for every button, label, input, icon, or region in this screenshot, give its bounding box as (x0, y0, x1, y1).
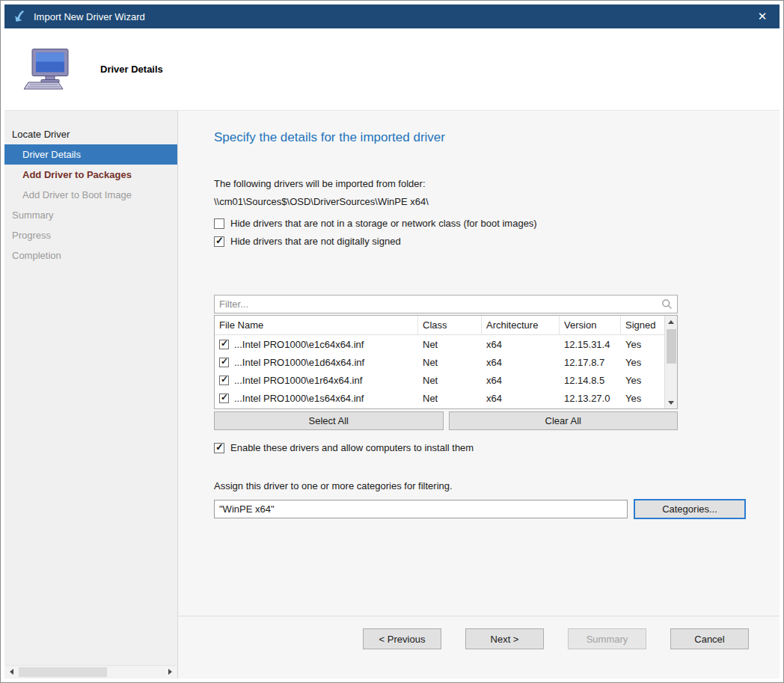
search-icon (661, 298, 673, 310)
hide-unsigned-row[interactable]: Hide drivers that are not digitally sign… (214, 236, 780, 247)
wizard-footer: < Previous Next > Summary Cancel (178, 616, 780, 679)
window-title: Import New Driver Wizard (34, 11, 145, 22)
clear-all-button[interactable]: Clear All (449, 411, 679, 430)
categories-row: Categories... (214, 499, 780, 519)
hide-storage-network-row[interactable]: Hide drivers that are not in a storage o… (214, 218, 780, 229)
version-cell: 12.13.27.0 (560, 393, 621, 404)
step-summary[interactable]: Summary (4, 205, 177, 225)
page-content: Specify the details for the imported dri… (178, 111, 780, 679)
wizard-window: Import New Driver Wizard ✕ Driver Detail… (0, 0, 784, 683)
table-row[interactable]: ...Intel PRO1000\e1s64x64.inf Net x64 12… (215, 389, 664, 407)
enable-drivers-checkbox[interactable] (214, 443, 224, 453)
class-cell: Net (418, 375, 482, 386)
table-scrollbar[interactable] (664, 316, 677, 408)
folder-label: The following drivers will be imported f… (214, 178, 780, 189)
architecture-cell: x64 (482, 393, 560, 404)
title-bar: Import New Driver Wizard ✕ (4, 4, 780, 28)
version-cell: 12.14.8.5 (560, 375, 621, 386)
wizard-header: Driver Details (4, 28, 780, 111)
enable-drivers-label: Enable these drivers and allow computers… (230, 442, 474, 453)
close-button[interactable]: ✕ (745, 4, 780, 28)
column-header-class[interactable]: Class (418, 316, 482, 334)
next-button[interactable]: Next > (465, 628, 544, 649)
column-header-architecture[interactable]: Architecture (482, 316, 560, 334)
table-row[interactable]: ...Intel PRO1000\e1c64x64.inf Net x64 12… (215, 335, 664, 353)
row-checkbox[interactable] (219, 358, 229, 367)
file-name-cell: ...Intel PRO1000\e1d64x64.inf (215, 357, 418, 368)
filter-input[interactable] (215, 295, 661, 313)
table-row[interactable]: ...Intel PRO1000\e1r64x64.inf Net x64 12… (215, 371, 664, 389)
hide-storage-network-checkbox[interactable] (214, 218, 224, 229)
scroll-up-icon[interactable] (665, 316, 678, 328)
assign-categories-label: Assign this driver to one or more catego… (214, 480, 780, 491)
categories-input[interactable] (214, 500, 628, 518)
hide-unsigned-label: Hide drivers that are not digitally sign… (230, 236, 401, 247)
class-cell: Net (418, 357, 482, 368)
page-title: Driver Details (100, 64, 163, 75)
scroll-right-icon[interactable] (164, 666, 177, 679)
select-all-button[interactable]: Select All (214, 411, 444, 430)
signed-cell: Yes (621, 357, 664, 368)
hide-unsigned-checkbox[interactable] (214, 236, 224, 247)
version-cell: 12.15.31.4 (560, 339, 621, 350)
signed-cell: Yes (621, 393, 664, 404)
horizontal-scrollbar[interactable] (5, 665, 177, 678)
folder-path: \\cm01\Sources$\OSD\DriverSources\WinPE … (214, 196, 780, 207)
summary-button: Summary (568, 628, 646, 649)
previous-button[interactable]: < Previous (363, 628, 441, 649)
architecture-cell: x64 (482, 375, 560, 386)
step-add-driver-to-boot-image[interactable]: Add Driver to Boot Image (4, 185, 177, 205)
version-cell: 12.17.8.7 (560, 357, 621, 368)
architecture-cell: x64 (482, 339, 560, 350)
scroll-left-icon[interactable] (5, 666, 18, 679)
file-name-cell: ...Intel PRO1000\e1r64x64.inf (215, 375, 418, 386)
row-checkbox[interactable] (219, 376, 229, 385)
column-header-signed[interactable]: Signed (621, 316, 664, 334)
step-locate-driver[interactable]: Locate Driver (4, 124, 177, 144)
driver-table: File Name Class Architecture Version Sig… (214, 315, 678, 409)
signed-cell: Yes (621, 339, 664, 350)
signed-cell: Yes (621, 375, 664, 386)
step-add-driver-to-packages[interactable]: Add Driver to Packages (4, 165, 177, 185)
cancel-button[interactable]: Cancel (670, 628, 749, 649)
import-driver-icon (12, 9, 27, 24)
file-name-cell: ...Intel PRO1000\e1s64x64.inf (215, 393, 418, 404)
column-header-file-name[interactable]: File Name (215, 316, 418, 334)
wizard-steps: Locate Driver Driver Details Add Driver … (4, 111, 178, 679)
column-header-version[interactable]: Version (560, 316, 621, 334)
file-name-cell: ...Intel PRO1000\e1c64x64.inf (215, 339, 418, 350)
row-checkbox[interactable] (219, 340, 229, 349)
class-cell: Net (418, 339, 482, 350)
table-header: File Name Class Architecture Version Sig… (215, 316, 664, 335)
step-completion[interactable]: Completion (4, 245, 177, 266)
row-checkbox[interactable] (219, 393, 229, 403)
step-driver-details[interactable]: Driver Details (4, 144, 177, 165)
scroll-down-icon[interactable] (665, 396, 678, 408)
hide-storage-network-label: Hide drivers that are not in a storage o… (230, 218, 537, 229)
filter-box (214, 295, 678, 313)
table-row[interactable]: ...Intel PRO1000\e1d64x64.inf Net x64 12… (215, 353, 664, 371)
content-heading: Specify the details for the imported dri… (214, 130, 780, 145)
categories-button[interactable]: Categories... (634, 499, 746, 519)
architecture-cell: x64 (482, 357, 560, 368)
scrollbar-thumb[interactable] (667, 329, 676, 364)
step-progress[interactable]: Progress (4, 225, 177, 245)
select-clear-row: Select All Clear All (214, 411, 678, 430)
enable-drivers-row[interactable]: Enable these drivers and allow computers… (214, 442, 780, 453)
class-cell: Net (418, 393, 482, 404)
scrollbar-thumb[interactable] (19, 667, 107, 677)
computer-icon (24, 48, 72, 91)
